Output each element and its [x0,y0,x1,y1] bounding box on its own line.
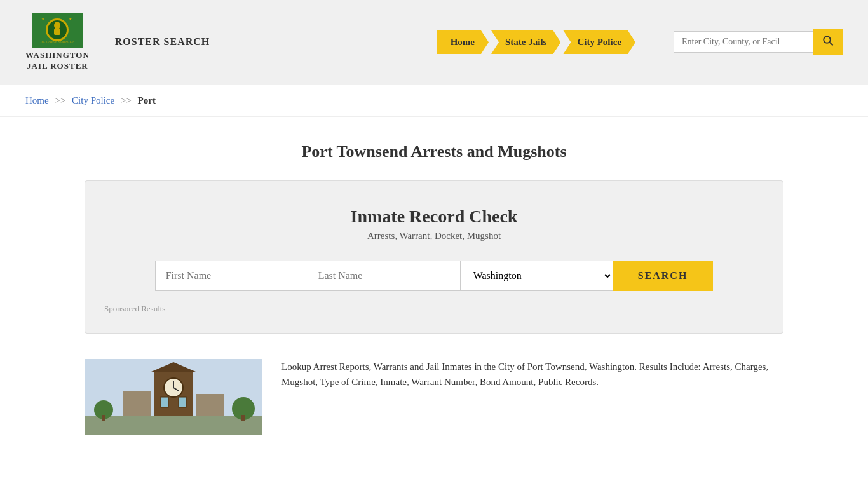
svg-rect-19 [123,391,151,416]
first-name-input[interactable] [155,261,308,291]
svg-rect-20 [196,394,224,416]
nav-city-police-button[interactable]: City Police [563,30,635,54]
site-header: THE STATE OF WASHINGTON ★ ★ WASHINGTON J… [0,0,868,85]
svg-point-3 [54,22,60,29]
breadcrumb: Home >> City Police >> Port [0,85,868,117]
description-text: Lookup Arrest Reports, Warrants and Jail… [281,359,783,435]
roster-search-label: ROSTER SEARCH [115,36,210,48]
svg-rect-24 [241,415,245,421]
logo-title: WASHINGTON JAIL ROSTER [25,50,90,72]
page-title: Port Townsend Arrests and Mugshots [25,142,843,161]
svg-rect-22 [102,415,105,421]
inmate-search-form: AlabamaAlaskaArizonaArkansasCaliforniaCo… [104,261,764,291]
svg-rect-11 [85,416,262,435]
search-button[interactable]: SEARCH [613,261,714,291]
svg-text:THE STATE OF WASHINGTON: THE STATE OF WASHINGTON [40,40,74,43]
svg-point-8 [824,37,831,44]
svg-text:★: ★ [69,17,72,21]
record-check-box: Inmate Record Check Arrests, Warrant, Do… [85,180,783,334]
svg-rect-17 [161,397,168,407]
nav-state-jails-button[interactable]: State Jails [491,30,560,54]
breadcrumb-sep1: >> [55,95,65,105]
main-nav: Home State Jails City Police [437,30,635,54]
last-name-input[interactable] [308,261,460,291]
svg-line-9 [830,43,833,46]
record-check-subtitle: Arrests, Warrant, Docket, Mugshot [104,231,764,241]
nav-home-button[interactable]: Home [437,30,489,54]
header-search-area [674,29,843,55]
record-check-title: Inmate Record Check [104,207,764,227]
flag-icon: THE STATE OF WASHINGTON ★ ★ [32,13,83,48]
site-logo[interactable]: THE STATE OF WASHINGTON ★ ★ WASHINGTON J… [25,13,90,72]
building-image [85,359,262,435]
breadcrumb-city-police-link[interactable]: City Police [72,95,114,105]
main-content: Port Townsend Arrests and Mugshots Inmat… [0,117,868,448]
sponsored-label: Sponsored Results [104,304,764,314]
breadcrumb-home-link[interactable]: Home [25,95,49,105]
header-search-button[interactable] [813,29,843,55]
bottom-section: Lookup Arrest Reports, Warrants and Jail… [85,353,783,435]
state-select[interactable]: AlabamaAlaskaArizonaArkansasCaliforniaCo… [460,261,613,291]
svg-text:★: ★ [41,17,44,21]
breadcrumb-current: Port [138,95,156,105]
breadcrumb-sep2: >> [121,95,132,105]
header-search-input[interactable] [674,31,813,53]
svg-rect-18 [179,397,186,407]
search-icon [822,35,834,46]
svg-rect-4 [54,29,60,35]
